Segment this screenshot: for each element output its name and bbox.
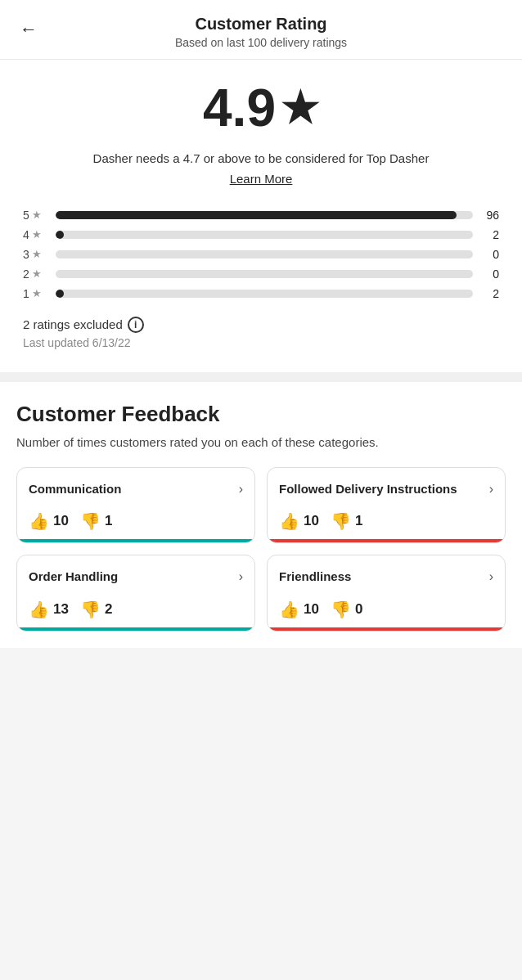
excluded-label: 2 ratings excluded [23,317,123,331]
thumbs-down-count-order-handling: 2 [105,601,112,618]
chevron-icon-order-handling: › [239,569,243,584]
bar-fill-5 [56,211,457,219]
feedback-card-friendliness[interactable]: Friendliness › 👍 10 👎 0 [267,555,506,632]
thumbs-down-stat-friendliness: 👎 0 [331,600,362,619]
star-row-2: 2 ★ 0 [23,267,499,281]
chevron-icon-friendliness: › [489,569,493,584]
star-icon-2: ★ [32,267,42,280]
bar-fill-1 [56,290,64,298]
star-row-3: 3 ★ 0 [23,248,499,261]
star-row-5: 5 ★ 96 [23,209,499,222]
thumbs-up-count-order-handling: 13 [53,601,69,618]
thumbs-down-icon-communication: 👎 [80,511,101,531]
thumbs-down-icon-friendliness: 👎 [331,600,351,619]
section-divider [0,372,522,382]
thumbs-down-stat-followed-delivery: 👎 1 [331,511,362,531]
chevron-icon-communication: › [239,482,243,497]
page-subtitle: Based on last 100 delivery ratings [39,36,483,49]
thumbs-up-count-friendliness: 10 [304,601,319,618]
thumbs-up-count-followed-delivery: 10 [304,513,319,529]
thumbs-down-count-friendliness: 0 [355,601,362,618]
star-icon-4: ★ [32,228,42,241]
star-icon-1: ★ [32,287,42,299]
bar-track-2 [56,270,473,278]
thumbs-down-count-communication: 1 [105,513,112,529]
thumbs-down-icon-order-handling: 👎 [80,600,101,619]
thumbs-up-stat-followed-delivery: 👍 10 [279,511,319,531]
feedback-card-order-handling[interactable]: Order Handling › 👍 13 👎 2 [16,555,255,632]
thumbs-up-icon-followed-delivery: 👍 [279,511,299,531]
feedback-title: Customer Feedback [16,402,506,427]
feedback-section: Customer Feedback Number of times custom… [0,382,522,648]
bar-count-3: 0 [479,248,499,261]
star-icon-3: ★ [32,248,42,260]
thumbs-up-icon-friendliness: 👍 [279,600,299,619]
rating-star: ★ [281,85,319,132]
thumbs-up-icon-communication: 👍 [29,511,49,531]
rating-description: Dasher needs a 4.7 or above to be consid… [23,150,499,169]
learn-more-link[interactable]: Learn More [23,172,499,186]
big-rating-display: 4.9★ [23,79,499,137]
thumbs-up-icon-order-handling: 👍 [29,600,49,619]
rating-score: 4.9 [203,79,276,137]
chevron-icon-followed-delivery: › [489,482,493,497]
bar-count-2: 0 [479,267,499,281]
card-title-order-handling: Order Handling [29,569,236,585]
info-icon[interactable]: i [128,317,144,333]
rating-section: 4.9★ Dasher needs a 4.7 or above to be c… [0,60,522,372]
page-header: ← Customer Rating Based on last 100 deli… [0,0,522,60]
bar-track-4 [56,231,473,239]
card-title-followed-delivery: Followed Delivery Instructions [279,481,486,497]
star-bars-container: 5 ★ 96 4 ★ 2 3 ★ 0 2 ★ [23,209,499,300]
last-updated-label: Last updated 6/13/22 [23,336,499,349]
card-title-communication: Communication [29,481,236,497]
thumbs-up-stat-friendliness: 👍 10 [279,600,319,619]
thumbs-down-stat-order-handling: 👎 2 [80,600,112,619]
thumbs-down-count-followed-delivery: 1 [355,513,362,529]
bar-track-1 [56,290,473,298]
bar-count-1: 2 [479,287,499,300]
feedback-description: Number of times customers rated you on e… [16,434,506,451]
feedback-card-followed-delivery[interactable]: Followed Delivery Instructions › 👍 10 👎 … [267,467,506,544]
card-title-friendliness: Friendliness [279,569,486,585]
excluded-row: 2 ratings excluded i [23,317,499,333]
bar-count-4: 2 [479,228,499,241]
feedback-card-communication[interactable]: Communication › 👍 10 👎 1 [16,467,255,544]
thumbs-up-stat-order-handling: 👍 13 [29,600,69,619]
bar-fill-4 [56,231,64,239]
page-title: Customer Rating [39,13,483,34]
star-icon-5: ★ [32,209,42,221]
thumbs-up-count-communication: 10 [53,513,69,529]
bar-track-3 [56,250,473,258]
bar-count-5: 96 [479,209,499,222]
bar-track-5 [56,211,473,219]
thumbs-down-icon-followed-delivery: 👎 [331,511,351,531]
thumbs-down-stat-communication: 👎 1 [80,511,112,531]
thumbs-up-stat-communication: 👍 10 [29,511,69,531]
star-row-4: 4 ★ 2 [23,228,499,241]
back-button[interactable]: ← [13,16,44,43]
feedback-grid: Communication › 👍 10 👎 1 Followed Delive… [16,467,506,632]
star-row-1: 1 ★ 2 [23,287,499,300]
